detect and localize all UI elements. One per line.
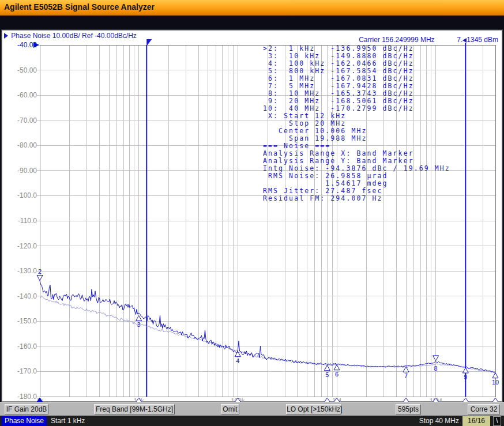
top-dark-strip bbox=[0, 16, 504, 30]
y-axis-label: -60.00 bbox=[7, 91, 37, 99]
y-axis-label: -90.00 bbox=[7, 167, 37, 175]
carrier-frequency: Carrier 156.249999 MHz bbox=[359, 36, 434, 44]
y-axis-label: -80.00 bbox=[7, 141, 37, 149]
trace-format-label: Phase Noise 10.00dB/ Ref -40.00dBc/Hz bbox=[11, 32, 136, 40]
y-axis-label: -150.0 bbox=[7, 317, 37, 325]
e5052b-screen: Agilent E5052B Signal Source Analyzer Ph… bbox=[0, 0, 504, 426]
window-title: Agilent E5052B Signal Source Analyzer bbox=[4, 2, 155, 12]
svg-text:8: 8 bbox=[434, 365, 438, 372]
active-trace-arrow-icon bbox=[4, 33, 8, 39]
trace-header[interactable]: Phase Noise 10.00dB/ Ref -40.00dBc/Hz bbox=[4, 32, 137, 40]
carrier-power-frac: 1345 dBm bbox=[467, 36, 498, 44]
marker-readout-table: >2: 1 kHz -136.9950 dBc/Hz 3: 10 kHz -14… bbox=[263, 45, 450, 202]
softkey-if-gain[interactable]: IF Gain 20dB bbox=[5, 404, 48, 414]
svg-text:2: 2 bbox=[38, 268, 42, 275]
status-bar: Phase Noise Start 1 kHz Stop 40 MHz 16/1… bbox=[0, 416, 504, 426]
y-axis-label: -50.00 bbox=[7, 66, 37, 74]
svg-text:10: 10 bbox=[492, 379, 499, 386]
y-axis-label: -140.0 bbox=[7, 292, 37, 300]
y-axis-label: -120.0 bbox=[7, 242, 37, 250]
busy-spinner-icon: \ bbox=[493, 416, 501, 426]
svg-text:6: 6 bbox=[335, 371, 338, 378]
y-axis-label: -130.0 bbox=[7, 267, 37, 275]
y-axis-label: -70.00 bbox=[7, 116, 37, 125]
window-titlebar[interactable]: Agilent E5052B Signal Source Analyzer bbox=[0, 0, 504, 16]
softkey-omit[interactable]: Omit bbox=[221, 404, 239, 414]
average-count-badge: 16/16 bbox=[462, 416, 490, 426]
readout-line: Residual FM: 294.007 Hz bbox=[263, 195, 450, 202]
y-axis-label: -100.0 bbox=[7, 191, 37, 199]
carrier-readout: Carrier 156.249999 MHz 7.1345 dBm bbox=[359, 36, 498, 44]
status-stop-frequency: Stop 40 MHz bbox=[419, 417, 459, 425]
softkey-correction[interactable]: Corre 32 bbox=[468, 404, 500, 414]
phase-noise-plot-panel: Phase Noise 10.00dB/ Ref -40.00dBc/Hz Ca… bbox=[2, 30, 502, 402]
carrier-power-int: 7. bbox=[457, 36, 462, 44]
svg-text:3: 3 bbox=[137, 321, 141, 328]
svg-text:9: 9 bbox=[464, 374, 467, 380]
softkey-freq-band[interactable]: Freq Band [99M-1.5GHz] bbox=[94, 404, 175, 414]
svg-text:7: 7 bbox=[404, 372, 408, 379]
y-axis-label: -110.0 bbox=[7, 217, 37, 225]
measurement-settings-bar: IF Gain 20dBFreq Band [99M-1.5GHz]OmitLO… bbox=[0, 402, 504, 416]
mode-badge[interactable]: Phase Noise bbox=[2, 416, 47, 426]
y-axis-label: -40.00 bbox=[7, 41, 37, 49]
svg-text:4: 4 bbox=[236, 357, 239, 364]
status-start-frequency: Start 1 kHz bbox=[51, 417, 85, 425]
y-axis-label: -180.0 bbox=[7, 393, 37, 401]
softkey-lo-opt[interactable]: LO Opt [>150kHz] bbox=[286, 404, 341, 414]
svg-text:5: 5 bbox=[325, 371, 329, 378]
y-axis-label: -170.0 bbox=[7, 367, 37, 375]
softkey-points[interactable]: 595pts bbox=[396, 404, 421, 414]
y-axis-label: -160.0 bbox=[7, 342, 37, 350]
